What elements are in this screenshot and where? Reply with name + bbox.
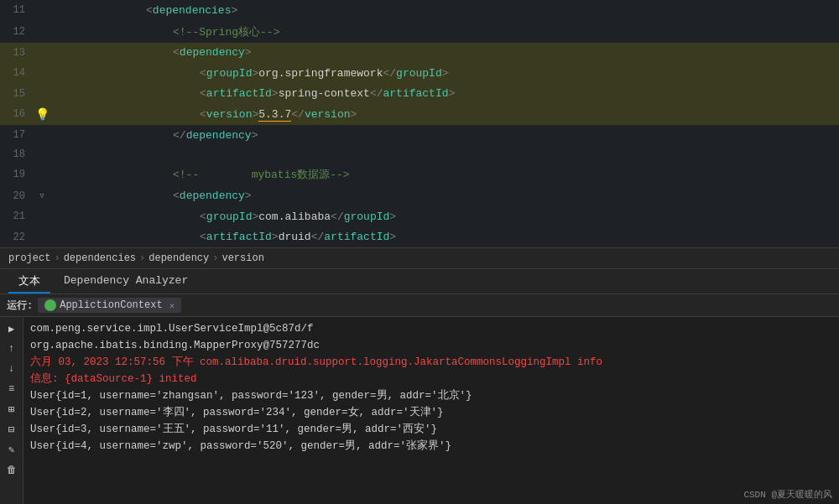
tab-dependency-analyzer[interactable]: Dependency Analyzer: [54, 271, 198, 292]
watermark: CSDN @夏天暖暖的风: [743, 488, 832, 501]
run-tab-icon: [44, 299, 56, 311]
collapse-button[interactable]: ⊟: [3, 421, 20, 438]
output-line-2: org.apache.ibatis.binding.MapperProxy@75…: [30, 337, 832, 354]
output-line-8: User{id=4, username='zwp', password='520…: [30, 438, 832, 455]
run-tab-application[interactable]: ApplictionContext ✕: [38, 298, 181, 313]
fold-icon[interactable]: ▽: [39, 191, 44, 200]
output-line-6: User{id=2, username='李四', password='234'…: [30, 404, 832, 421]
run-tab-name: ApplictionContext: [60, 299, 162, 311]
breadcrumb-dependencies[interactable]: dependencies: [64, 252, 136, 264]
code-line-17: 17 </dependency>: [0, 125, 839, 146]
output-line-7: User{id=3, username='王五', password='11',…: [30, 421, 832, 438]
run-toolbar: ▶ ↑ ↓ ≡ ⊞ ⊟ ✎ 🗑: [0, 317, 23, 504]
settings-button[interactable]: ≡: [3, 381, 20, 397]
delete-button[interactable]: 🗑: [3, 461, 20, 478]
breadcrumb: project › dependencies › dependency › ve…: [0, 247, 839, 269]
breadcrumb-project[interactable]: project: [8, 252, 50, 264]
code-line-22: 22 <artifactId>druid</artifactId>: [0, 226, 839, 247]
output-line-5: User{id=1, username='zhangsan', password…: [30, 387, 832, 404]
run-output: com.peng.service.impl.UserServiceImpl@5c…: [23, 317, 839, 504]
tabs-bar: 文本 Dependency Analyzer: [0, 269, 839, 294]
breadcrumb-version[interactable]: version: [221, 252, 263, 264]
edit-button[interactable]: ✎: [3, 441, 20, 458]
run-panel: 运行: ApplictionContext ✕ ▶ ↑ ↓ ≡ ⊞ ⊟ ✎ 🗑: [0, 294, 839, 504]
code-editor: 11 <dependencies> 12 <!--Spring核心--> 13: [0, 0, 839, 247]
output-line-1: com.peng.service.impl.UserServiceImpl@5c…: [30, 320, 832, 337]
run-content: ▶ ↑ ↓ ≡ ⊞ ⊟ ✎ 🗑 com.peng.service.impl.Us…: [0, 317, 839, 504]
run-label: 运行:: [7, 299, 33, 313]
tab-text[interactable]: 文本: [8, 270, 50, 294]
output-line-3: 六月 03, 2023 12:57:56 下午 com.alibaba.drui…: [30, 354, 832, 371]
code-lines: 11 <dependencies> 12 <!--Spring核心--> 13: [0, 0, 839, 247]
scroll-down-button[interactable]: ↓: [3, 361, 20, 377]
scroll-up-button[interactable]: ↑: [3, 340, 20, 357]
breadcrumb-dependency[interactable]: dependency: [149, 252, 209, 264]
run-header: 运行: ApplictionContext ✕: [0, 294, 839, 317]
run-tab-close[interactable]: ✕: [169, 300, 175, 311]
bulb-icon[interactable]: 💡: [35, 107, 50, 122]
output-line-4: 信息: {dataSource-1} inited: [30, 371, 832, 387]
run-button[interactable]: ▶: [3, 320, 20, 337]
expand-button[interactable]: ⊞: [3, 401, 20, 418]
